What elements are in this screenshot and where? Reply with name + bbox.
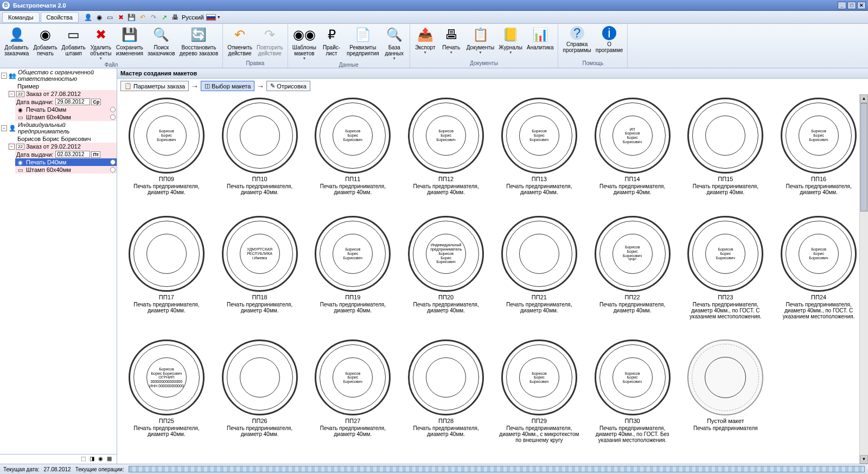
delete-x-icon: ✖ (92, 26, 110, 43)
progress-bar (129, 466, 865, 472)
radio-icon[interactable] (110, 167, 116, 172)
stamp-template-item[interactable]: ИПБорисовБорисБорисовичПП14Печать предпр… (588, 98, 678, 212)
collapse-icon[interactable]: − (1, 73, 7, 79)
tree-order-node[interactable]: − 22 Заказ от 29.02.2012 (8, 143, 117, 150)
stamp-template-item[interactable]: УДМУРТСКАЯ РЕСПУБЛИКАг.ИжевскПП18Печать … (215, 216, 305, 336)
tree-org-node[interactable]: − 👤 Индивидуальный предприниматель (0, 121, 117, 135)
wizard-step-params[interactable]: 📋Параметры заказа (120, 81, 189, 91)
radio-icon[interactable] (110, 159, 116, 165)
vertical-scrollbar[interactable]: ▲ ▼ (859, 94, 868, 464)
stamp-description: Печать предпринимателя, диаметр 40мм. (499, 302, 580, 313)
close-button[interactable]: ✕ (857, 2, 866, 9)
add-rect-icon[interactable]: ▭ (106, 13, 114, 22)
stamp-template-item[interactable]: БорисовБорисБорисовичПП16Печать предприн… (774, 98, 864, 212)
stamp-template-item[interactable]: БорисовБорисБорисовичПП19Печать предприн… (308, 216, 398, 336)
stamp-template-item[interactable]: БорисовБорисБорисовичПП12Печать предприн… (401, 98, 491, 212)
help-button[interactable]: ?Справка программы (560, 25, 593, 60)
stamp-template-item[interactable]: БорисовБорисБорисовичПП23Печать предприн… (681, 216, 771, 336)
stamp-template-item[interactable]: БорисовБорисБорисовичПП30Печать предприн… (588, 340, 678, 459)
save-changes-button[interactable]: 💾Сохранить изменения (114, 25, 145, 61)
footer-icon-4[interactable]: ▦ (107, 456, 114, 463)
collapse-icon[interactable]: − (9, 91, 15, 97)
tree-sample-node[interactable]: Пример (8, 82, 117, 90)
delete-icon[interactable]: ✖ (117, 13, 125, 22)
stamp-code: ПП22 (625, 294, 640, 300)
wizard-step-render[interactable]: ✎Отрисовка (266, 81, 310, 91)
help-icon: ? (570, 26, 584, 40)
stamp-template-item[interactable]: БорисовБорисБорисовичПП27Печать предприн… (308, 340, 398, 459)
lang-dropdown-icon[interactable]: ▼ (217, 15, 221, 19)
footer-icon-1[interactable]: ⬚ (81, 456, 88, 463)
stamp-template-item[interactable]: БорисовБорисБорисовичПП09Печать предприн… (122, 98, 212, 212)
undo-button[interactable]: ↶Отменить действие (225, 25, 254, 60)
stamp-template-item[interactable]: БорисовБорисБорисовичПП11Печать предприн… (308, 98, 398, 212)
minimize-button[interactable]: _ (838, 2, 846, 9)
export-icon[interactable]: ↗ (160, 13, 169, 22)
price-icon: ₽ (323, 26, 340, 43)
order-item-seal[interactable]: ◉ Печать D40мм (15, 106, 117, 113)
language-label[interactable]: Русский (182, 14, 204, 21)
print-icon[interactable]: 🖶 (171, 13, 180, 22)
restore-tree-button[interactable]: 🔄Восстановить дерево заказов (177, 25, 221, 61)
date-input[interactable]: 02.03.2012 (55, 151, 90, 158)
stamp-small-icon: ▭ (16, 166, 24, 173)
journals-button[interactable]: 📒Журналы▼ (496, 25, 525, 60)
stamp-template-item[interactable]: БорисовБорисБорисовичПП24Печать предприн… (774, 216, 864, 336)
print-button[interactable]: 🖶Печать▼ (438, 25, 464, 60)
save-icon[interactable]: 💾 (127, 13, 136, 22)
stamp-template-item[interactable]: БорисовБорисБорисовичПП29Печать предприн… (494, 340, 584, 459)
undo-icon[interactable]: ↶ (138, 13, 147, 22)
stamp-template-item[interactable]: ПП15Печать предпринимателя, диаметр 40мм… (681, 98, 771, 212)
stamp-template-item[interactable]: БорисовБорисБорисовичПП13Печать предприн… (494, 98, 584, 212)
maximize-button[interactable]: □ (847, 2, 856, 9)
tree-org-node[interactable]: − 👥 Общество с ограниченной ответственно… (0, 68, 117, 82)
add-customer-button[interactable]: 👤Добавить заказчика (2, 25, 31, 61)
documents-button[interactable]: 📋Документы▼ (464, 25, 497, 60)
menubar: Команды Свойства 👤 ◉ ▭ ✖ 💾 ↶ ↷ ↗ 🖶 Русск… (0, 11, 868, 24)
company-details-button[interactable]: 📄Реквизиты предприятия (344, 25, 381, 61)
redo-button[interactable]: ↷Повторить действие (254, 25, 285, 60)
tab-properties[interactable]: Свойства (41, 12, 79, 23)
stamp-template-item[interactable]: БорисовБорис БорисовичОГРНИП 00000000000… (122, 340, 212, 459)
database-button[interactable]: 🔍База данных▼ (381, 25, 407, 61)
order-item-stamp[interactable]: ▭ Штамп 60х40мм (15, 113, 117, 121)
pricelist-button[interactable]: ₽Прайс- лист (318, 25, 344, 61)
search-customers-button[interactable]: 🔍Поиск заказчиков (145, 25, 177, 61)
radio-icon[interactable] (110, 107, 116, 112)
stamp-template-item[interactable]: ПП21Печать предпринимателя, диаметр 40мм… (494, 216, 584, 336)
stamp-template-item[interactable]: ИндивидуальныйпредпринимательБорисовБори… (401, 216, 491, 336)
add-user-icon[interactable]: 👤 (84, 13, 93, 22)
stamp-template-item[interactable]: ПП26Печать предпринимателя, диаметр 40мм… (215, 340, 305, 459)
templates-button[interactable]: ◉◉Шаблоны макетов▼ (290, 25, 318, 61)
wizard-step-layout[interactable]: ◫Выбор макета (201, 81, 254, 91)
export-button[interactable]: 📤Экспорт▼ (412, 25, 438, 60)
analytics-button[interactable]: 📊Аналитика (525, 25, 556, 60)
stamp-template-item[interactable]: ПП28Печать предпринимателя, диаметр 40мм… (401, 340, 491, 459)
redo-icon[interactable]: ↷ (149, 13, 158, 22)
date-input[interactable]: 29.08.2012 (55, 98, 90, 105)
stamp-template-item[interactable]: Пустой макетПечать предпринимателя (681, 340, 771, 459)
footer-icon-2[interactable]: ◨ (90, 456, 97, 463)
tree-person-name[interactable]: Борисов Борис Борисович (8, 135, 117, 143)
order-item-seal-selected[interactable]: ◉ Печать D40мм (15, 158, 117, 166)
collapse-icon[interactable]: − (9, 144, 15, 150)
add-seal-button[interactable]: ◉Добавить печать (31, 25, 59, 61)
stamp-template-item[interactable]: ПП17Печать предпринимателя, диаметр 40мм… (122, 216, 212, 336)
radio-icon[interactable] (110, 114, 116, 120)
delete-objects-button[interactable]: ✖Удалить объекты▼ (88, 25, 114, 61)
scroll-up-icon[interactable]: ▲ (860, 94, 868, 103)
add-stamp-button[interactable]: ▭Добавить штамп (60, 25, 88, 61)
scroll-thumb[interactable] (860, 103, 867, 212)
scroll-down-icon[interactable]: ▼ (860, 455, 868, 464)
tree-order-node[interactable]: − 22 Заказ от 27.08.2012 (8, 90, 117, 98)
add-stamp-icon[interactable]: ◉ (95, 13, 104, 22)
search-icon: 🔍 (152, 26, 170, 43)
tab-commands[interactable]: Команды (2, 12, 40, 23)
stamp-template-item[interactable]: БорисовБорисБорисович*РФ*ПП22Печать пред… (588, 216, 678, 336)
info-icon: i (602, 26, 616, 40)
footer-icon-3[interactable]: ◉ (98, 456, 106, 463)
order-item-stamp[interactable]: ▭ Штамп 60х40мм (15, 166, 117, 174)
about-button[interactable]: iО программе (593, 25, 626, 60)
collapse-icon[interactable]: − (1, 125, 7, 131)
stamp-template-item[interactable]: ПП10Печать предпринимателя, диаметр 40мм… (215, 98, 305, 212)
